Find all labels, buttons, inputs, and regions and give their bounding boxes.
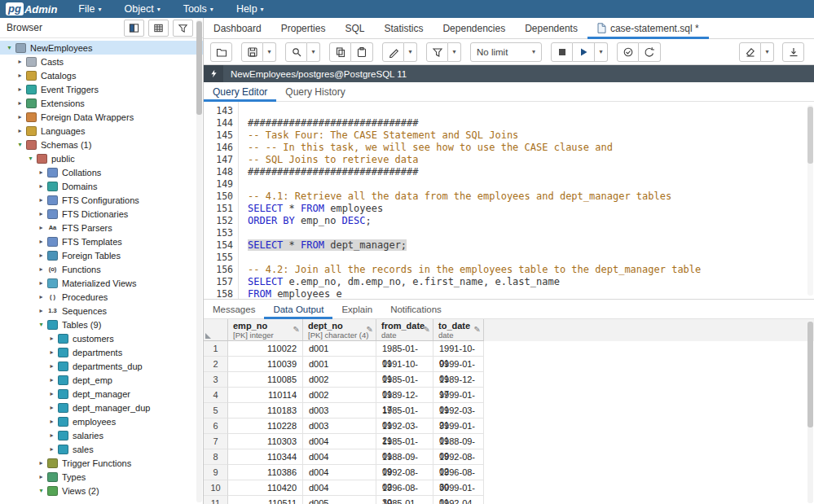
data-cell[interactable]: 1992-04-25 [433, 496, 484, 504]
row-number-cell[interactable]: 8 [204, 449, 228, 465]
find-button[interactable] [285, 42, 307, 62]
tree-item-foreign-data-wrappers[interactable]: ▸Foreign Data Wrappers [0, 110, 203, 124]
filter-button[interactable] [426, 42, 448, 62]
data-cell[interactable]: d003 [303, 403, 376, 419]
filter-tree-button[interactable] [173, 20, 193, 37]
data-cell[interactable]: d001 [303, 357, 376, 372]
line-code[interactable]: -- SQL Joins to retrieve data [241, 154, 419, 166]
row-number-cell[interactable]: 10 [204, 480, 228, 496]
data-cell[interactable]: 1996-08-30 [433, 465, 484, 480]
data-cell[interactable]: d002 [303, 388, 376, 403]
tree-item-collations[interactable]: ▸Collations [0, 165, 203, 179]
data-cell[interactable]: 110420 [228, 480, 303, 496]
tree-item-procedures[interactable]: ▸( )Procedures [0, 290, 203, 304]
tree-item-materialized-views[interactable]: ▸Materialized Views [0, 276, 203, 290]
open-file-button[interactable] [210, 42, 232, 62]
select-all-cell[interactable] [204, 319, 228, 341]
data-cell[interactable]: 9999-01-01 [433, 388, 484, 403]
tree-item-dept-manager[interactable]: ▸dept_manager [0, 387, 203, 401]
row-number-cell[interactable]: 3 [204, 372, 228, 388]
chevron-collapsed-icon[interactable]: ▸ [37, 293, 46, 300]
chevron-collapsed-icon[interactable]: ▸ [37, 196, 46, 204]
tree-item-views-2[interactable]: ▾Views (2) [0, 484, 203, 497]
line-code[interactable]: ############################# [241, 117, 419, 129]
data-cell[interactable]: 1985-01-01 [376, 341, 433, 357]
data-cell[interactable]: 1992-08-02 [433, 449, 484, 465]
data-cell[interactable]: 9999-01-01 [433, 480, 484, 496]
data-cell[interactable]: 1996-08-30 [376, 480, 433, 496]
data-cell[interactable]: 1992-03-21 [376, 419, 433, 434]
edit-column-icon[interactable]: ✎ [474, 325, 481, 334]
chevron-collapsed-icon[interactable]: ▸ [15, 85, 24, 93]
chevron-collapsed-icon[interactable]: ▸ [37, 459, 46, 467]
data-cell[interactable]: 1985-01-01 [376, 496, 433, 504]
chevron-expanded-icon[interactable]: ▾ [26, 155, 35, 162]
line-code[interactable] [241, 252, 248, 264]
download-button[interactable] [782, 42, 804, 62]
tab-statistics[interactable]: Statistics [374, 18, 433, 38]
tree-item-sequences[interactable]: ▸1.3Sequences [0, 304, 203, 318]
editor-line[interactable]: 145-- Task Four: The CASE Statement and … [204, 129, 814, 142]
edit-column-icon[interactable]: ✎ [424, 325, 430, 334]
chevron-collapsed-icon[interactable]: ▸ [37, 224, 46, 231]
data-cell[interactable]: 9999-01-01 [433, 419, 484, 434]
data-cell[interactable]: d004 [303, 465, 376, 480]
tree-item-functions[interactable]: ▸(o)Functions [0, 262, 203, 276]
tab-case-statement-sql[interactable]: case-statement.sql * [587, 18, 709, 38]
panes-toggle-button[interactable] [124, 20, 144, 37]
tab-dependencies[interactable]: Dependencies [433, 18, 515, 38]
commit-button[interactable] [617, 42, 639, 62]
data-cell[interactable]: 110183 [228, 403, 303, 419]
editor-line[interactable]: 155 [204, 252, 814, 264]
line-code[interactable] [241, 178, 248, 191]
data-cell[interactable]: 9999-01-01 [433, 357, 484, 372]
line-code[interactable]: -- Task Four: The CASE Statement and SQL… [241, 129, 518, 142]
line-code[interactable]: -- 4.2: Join all the records in the empl… [241, 264, 701, 276]
tree-item-fts-templates[interactable]: ▸FTS Templates [0, 234, 203, 248]
row-number-cell[interactable]: 1 [204, 341, 228, 357]
data-cell[interactable]: 1991-10-01 [433, 341, 484, 357]
line-code[interactable]: SELECT * FROM employees [241, 203, 383, 215]
menu-tools[interactable]: Tools▾ [183, 3, 213, 15]
tab-data-output[interactable]: Data Output [264, 300, 332, 318]
data-cell[interactable]: 1988-09-09 [376, 449, 433, 465]
chevron-collapsed-icon[interactable]: ▸ [37, 238, 46, 245]
find-dropdown[interactable]: ▾ [307, 42, 320, 62]
data-cell[interactable]: 110344 [228, 449, 303, 465]
tree-item-tables-9[interactable]: ▾Tables (9) [0, 318, 203, 331]
data-cell[interactable]: d005 [303, 496, 376, 504]
data-cell[interactable]: d002 [303, 372, 376, 388]
line-code[interactable] [241, 227, 248, 239]
tab-explain[interactable]: Explain [332, 300, 381, 318]
editor-line[interactable]: 146-- -- In this task, we will see how t… [204, 142, 814, 154]
tree-item-languages[interactable]: ▸Languages [0, 124, 203, 138]
clear-dropdown[interactable]: ▾ [761, 42, 774, 62]
tree-item-employees[interactable]: ▸employees [0, 414, 203, 428]
chevron-collapsed-icon[interactable]: ▸ [47, 335, 56, 342]
chevron-collapsed-icon[interactable]: ▸ [47, 404, 56, 411]
column-header-to-date[interactable]: to_datedate✎ [433, 319, 484, 341]
editor-line[interactable]: 149 [204, 178, 814, 191]
chevron-collapsed-icon[interactable]: ▸ [37, 279, 46, 287]
row-number-cell[interactable]: 9 [204, 465, 228, 480]
line-code[interactable]: ORDER BY emp_no DESC; [241, 215, 372, 227]
tree-item-trigger-functions[interactable]: ▸Trigger Functions [0, 456, 203, 470]
tree-item-casts[interactable]: ▸Casts [0, 55, 203, 68]
data-cell[interactable]: 110303 [228, 434, 303, 449]
edit-dropdown[interactable]: ▾ [404, 42, 417, 62]
line-code[interactable]: SELECT * FROM dept_manager; [241, 239, 407, 252]
chevron-collapsed-icon[interactable]: ▸ [47, 445, 56, 453]
editor-line[interactable]: 147-- SQL Joins to retrieve data [204, 154, 814, 166]
chevron-collapsed-icon[interactable]: ▸ [37, 210, 46, 217]
tree-item-catalogs[interactable]: ▸Catalogs [0, 68, 203, 82]
chevron-expanded-icon[interactable]: ▾ [37, 487, 46, 494]
data-cell[interactable]: d004 [303, 449, 376, 465]
chevron-collapsed-icon[interactable]: ▸ [47, 376, 56, 383]
tree-item-dept-manager-dup[interactable]: ▸dept_manager_dup [0, 401, 203, 414]
tab-messages[interactable]: Messages [204, 300, 264, 318]
line-code[interactable] [241, 105, 248, 117]
editor-line[interactable]: 143 [204, 105, 814, 117]
column-header-emp-no[interactable]: emp_no[PK] integer✎ [228, 319, 303, 341]
tree-item-foreign-tables[interactable]: ▸Foreign Tables [0, 248, 203, 262]
data-cell[interactable]: 110114 [228, 388, 303, 403]
